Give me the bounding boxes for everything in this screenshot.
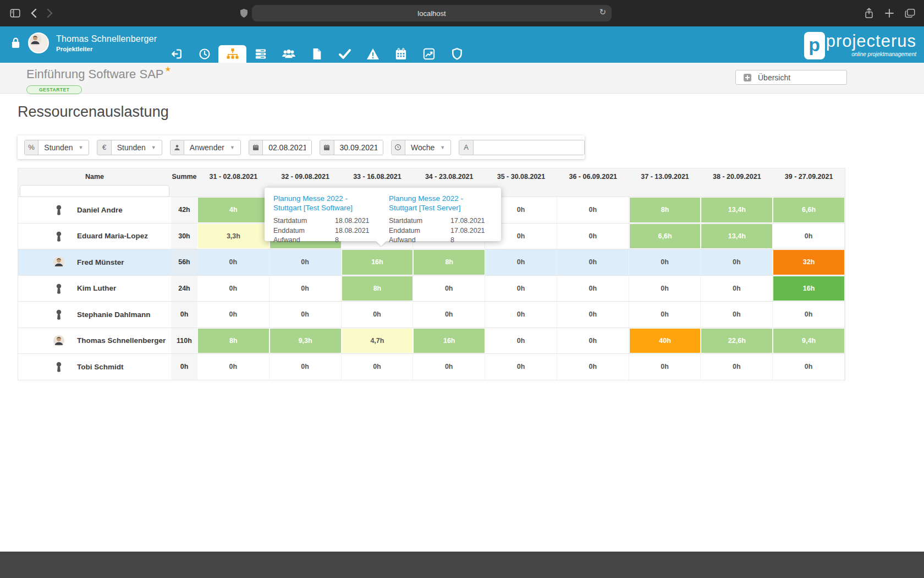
workload-cell[interactable]: 0h	[270, 276, 342, 302]
workload-cell[interactable]: 8h	[629, 197, 701, 223]
favorite-star-icon[interactable]: ★	[164, 65, 171, 73]
workload-cell[interactable]: 9,3h	[270, 328, 342, 354]
workload-cell[interactable]: 6,6h	[629, 223, 701, 249]
table-row[interactable]: Stephanie Dahlmann0h0h0h0h0h0h0h0h0h0h	[18, 301, 845, 328]
workload-cell[interactable]: 13,4h	[701, 223, 773, 249]
workload-cell[interactable]: 6,6h	[773, 197, 845, 223]
workload-cell[interactable]: 0h	[485, 249, 557, 275]
workload-cell[interactable]: 0h	[557, 276, 629, 302]
workload-cell[interactable]: 0h	[629, 354, 701, 380]
nav-item-server[interactable]	[246, 45, 274, 63]
tab-overview-icon[interactable]	[905, 8, 915, 18]
workload-cell[interactable]: 0h	[342, 354, 414, 380]
workload-cell[interactable]: 0h	[773, 354, 845, 380]
sidebar-toggle-icon[interactable]	[10, 9, 20, 18]
workload-cell[interactable]: 0h	[701, 354, 773, 380]
workload-cell[interactable]: 0h	[557, 197, 629, 223]
workload-cell[interactable]: 8h	[342, 276, 414, 302]
nav-item-check[interactable]	[331, 45, 359, 63]
tooltip-task-link[interactable]: Planung Messe 2022 - Stuttgart [Test Sof…	[273, 194, 377, 213]
unit-percent-dropdown[interactable]: % Stunden▼	[24, 140, 89, 155]
resource-name-cell[interactable]: Daniel Andre	[18, 197, 171, 223]
workload-cell[interactable]: 4,7h	[342, 328, 414, 354]
nav-item-org-chart[interactable]	[218, 45, 246, 63]
workload-cell[interactable]: 40h	[629, 328, 701, 354]
workload-cell[interactable]: 0h	[773, 223, 845, 249]
table-row[interactable]: Kim Luther24h0h0h8h0h0h0h0h0h16h	[18, 275, 845, 302]
resource-name-cell[interactable]: Eduard Maria-Lopez	[18, 223, 171, 249]
lock-icon[interactable]	[11, 37, 20, 49]
workload-cell[interactable]: 8h	[197, 328, 270, 354]
workload-cell[interactable]: 22,6h	[701, 328, 773, 354]
workload-cell[interactable]: 0h	[557, 223, 629, 249]
workload-cell[interactable]: 0h	[413, 302, 485, 328]
workload-cell[interactable]: 0h	[197, 276, 270, 302]
workload-cell[interactable]: 0h	[270, 249, 342, 275]
resource-name-cell[interactable]: Fred Münster	[18, 249, 171, 275]
table-row[interactable]: Tobi Schmidt0h0h0h0h0h0h0h0h0h0h	[18, 353, 845, 380]
back-icon[interactable]	[30, 8, 37, 18]
workload-cell[interactable]: 0h	[629, 249, 701, 275]
workload-cell[interactable]: 32h	[773, 249, 845, 275]
avatar[interactable]	[28, 32, 49, 53]
workload-cell[interactable]: 0h	[413, 276, 485, 302]
workload-cell[interactable]: 0h	[557, 328, 629, 354]
tooltip-task-link[interactable]: Planung Messe 2022 - Stuttgart [Test Ser…	[389, 194, 492, 213]
resource-name-cell[interactable]: Tobi Schmidt	[18, 354, 171, 380]
nav-item-sign-out[interactable]	[162, 45, 190, 63]
workload-cell[interactable]: 0h	[197, 354, 270, 380]
new-tab-icon[interactable]	[885, 9, 894, 18]
workload-cell[interactable]: 8h	[413, 249, 485, 275]
workload-cell[interactable]: 0h	[197, 302, 270, 328]
workload-cell[interactable]: 16h	[773, 276, 845, 302]
address-bar[interactable]: localhost ↻	[252, 5, 612, 21]
refresh-icon[interactable]: ↻	[599, 7, 606, 17]
workload-cell[interactable]: 0h	[485, 276, 557, 302]
workload-cell[interactable]: 0h	[557, 249, 629, 275]
nav-item-document[interactable]	[302, 45, 331, 63]
workload-cell[interactable]: 0h	[701, 276, 773, 302]
workload-cell[interactable]: 0h	[197, 249, 270, 275]
text-search-input[interactable]	[474, 140, 584, 155]
workload-cell[interactable]: 0h	[701, 249, 773, 275]
resource-name-cell[interactable]: Stephanie Dahlmann	[18, 302, 171, 328]
workload-cell[interactable]: 0h	[557, 354, 629, 380]
workload-cell[interactable]: 0h	[270, 302, 342, 328]
workload-cell[interactable]: 0h	[270, 354, 342, 380]
workload-cell[interactable]: 16h	[413, 328, 485, 354]
nav-item-shield[interactable]	[443, 45, 471, 63]
nav-item-users[interactable]	[274, 45, 302, 63]
nav-item-clock[interactable]	[190, 45, 218, 63]
workload-cell[interactable]: 13,4h	[701, 197, 773, 223]
name-search-input[interactable]	[20, 185, 169, 197]
workload-cell[interactable]: 0h	[413, 354, 485, 380]
nav-item-calendar[interactable]	[387, 45, 415, 63]
interval-dropdown[interactable]: Woche▼	[391, 140, 452, 155]
workload-cell[interactable]: 0h	[485, 302, 557, 328]
workload-cell[interactable]: 0h	[342, 302, 414, 328]
workload-cell[interactable]: 0h	[701, 302, 773, 328]
workload-cell[interactable]: 9,4h	[773, 328, 845, 354]
date-to-input[interactable]	[334, 140, 383, 155]
overview-button[interactable]: Übersicht	[735, 70, 847, 85]
workload-cell[interactable]: 0h	[773, 302, 845, 328]
nav-item-chart[interactable]	[415, 45, 443, 63]
user-filter-dropdown[interactable]: Anwender▼	[170, 140, 241, 155]
workload-cell[interactable]: 0h	[557, 302, 629, 328]
resource-name-cell[interactable]: Kim Luther	[18, 276, 171, 302]
workload-cell[interactable]: 0h	[629, 302, 701, 328]
share-icon[interactable]	[864, 8, 874, 19]
resource-name-cell[interactable]: Thomas Schnellenberger	[18, 328, 171, 354]
date-from-input[interactable]	[263, 140, 311, 155]
workload-cell[interactable]: 0h	[629, 276, 701, 302]
table-row[interactable]: Thomas Schnellenberger110h8h9,3h4,7h16h0…	[18, 328, 845, 354]
workload-cell[interactable]: 4h	[197, 197, 270, 223]
workload-cell[interactable]: 16h	[342, 249, 414, 275]
nav-item-warning[interactable]	[359, 45, 387, 63]
forward-icon[interactable]	[47, 8, 53, 18]
unit-euro-dropdown[interactable]: € Stunden▼	[97, 140, 162, 155]
workload-cell[interactable]: 3,3h	[197, 223, 270, 249]
workload-cell[interactable]: 0h	[485, 328, 557, 354]
table-row[interactable]: Fred Münster56h0h0h16h8h0h0h0h0h32h	[18, 249, 845, 275]
workload-cell[interactable]: 0h	[485, 354, 557, 380]
